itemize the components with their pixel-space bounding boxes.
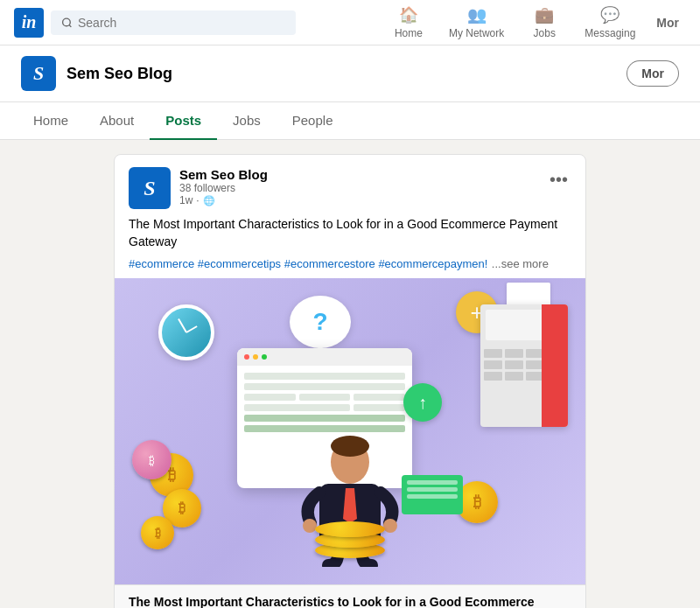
- home-icon: 🏠: [399, 5, 418, 24]
- more-button[interactable]: Mor: [626, 60, 679, 87]
- browser-bar: [237, 348, 412, 366]
- post-caption: The Most Important Characteristics to Lo…: [115, 584, 585, 608]
- post-time-row: 1w · 🌐: [179, 194, 537, 206]
- dot-yellow: [253, 354, 258, 360]
- hashtags-text[interactable]: #ecommerce #ecommercetips #ecommercestor…: [129, 257, 487, 270]
- pink-coin-illustration: ₿: [132, 440, 172, 479]
- svg-point-5: [303, 519, 317, 533]
- search-icon: [61, 17, 73, 29]
- messaging-icon: 💬: [600, 5, 620, 24]
- nav-label-jobs: Jobs: [534, 27, 556, 39]
- question-bubble-illustration: ?: [290, 296, 351, 348]
- post-hashtags: #ecommerce #ecommercetips #ecommercestor…: [129, 255, 571, 271]
- nav-more-label: Mor: [656, 16, 679, 30]
- post-avatar-letter: S: [144, 177, 155, 200]
- post-image: ? +: [115, 278, 585, 584]
- clock-illustration: [158, 304, 214, 360]
- tab-jobs[interactable]: Jobs: [217, 102, 276, 140]
- svg-point-6: [383, 519, 397, 533]
- post-time: 1w: [179, 194, 192, 206]
- page-tabs: Home About Posts Jobs People: [0, 102, 700, 140]
- linkedin-logo[interactable]: in: [14, 8, 44, 38]
- tab-people[interactable]: People: [276, 102, 349, 140]
- dot-green: [262, 354, 267, 360]
- nav-more-button[interactable]: Mor: [649, 10, 686, 35]
- profile-header: S Sem Seo Blog Mor: [0, 45, 700, 102]
- green-line-2: [407, 487, 458, 492]
- nav-items: 🏠 Home 👥 My Network 💼 Jobs 💬 Messaging M…: [382, 0, 686, 45]
- tab-about[interactable]: About: [84, 102, 150, 140]
- svg-point-0: [63, 18, 71, 26]
- page-logo-letter: S: [33, 62, 44, 85]
- post-meta: Sem Seo Blog 38 followers 1w · 🌐: [179, 167, 537, 206]
- page-logo: S: [21, 56, 56, 91]
- post-header: S Sem Seo Blog 38 followers 1w · 🌐 •••: [115, 155, 585, 216]
- jobs-icon: 💼: [535, 5, 554, 24]
- post-card: S Sem Seo Blog 38 followers 1w · 🌐 ••• T…: [114, 154, 586, 608]
- see-more-link[interactable]: ...see more: [492, 257, 549, 270]
- bitcoin-coin-3: ₿: [141, 516, 174, 549]
- linkedin-logo-letter: in: [22, 12, 37, 32]
- post-followers: 38 followers: [179, 182, 537, 194]
- network-icon: 👥: [467, 5, 486, 24]
- tab-posts[interactable]: Posts: [150, 102, 217, 140]
- post-title: The Most Important Characteristics to Lo…: [129, 216, 571, 250]
- nav-item-network[interactable]: 👥 My Network: [438, 0, 514, 45]
- feed-container: S Sem Seo Blog 38 followers 1w · 🌐 ••• T…: [114, 154, 586, 608]
- caption-title: The Most Important Characteristics to Lo…: [129, 594, 571, 608]
- calculator-illustration: [480, 304, 568, 427]
- green-line-3: [407, 494, 458, 499]
- page-name: Sem Seo Blog: [66, 65, 172, 83]
- green-line-1: [407, 480, 458, 485]
- nav-item-messaging[interactable]: 💬 Messaging: [574, 0, 646, 45]
- nav-label-home: Home: [395, 27, 423, 39]
- visibility-icon: 🌐: [203, 195, 215, 206]
- browser-content: [237, 366, 412, 439]
- green-card-illustration: [402, 475, 463, 514]
- nav-label-network: My Network: [449, 27, 504, 39]
- nav-item-jobs[interactable]: 💼 Jobs: [518, 0, 570, 45]
- post-avatar[interactable]: S: [129, 167, 171, 209]
- post-more-button[interactable]: •••: [546, 167, 571, 192]
- profile-info: S Sem Seo Blog: [21, 56, 172, 91]
- svg-point-2: [331, 436, 369, 457]
- search-bar[interactable]: [51, 10, 296, 35]
- search-input[interactable]: [78, 16, 285, 30]
- up-arrow-illustration: ↑: [403, 383, 442, 422]
- gold-coin-3: [315, 521, 385, 537]
- post-text: The Most Important Characteristics to Lo…: [115, 216, 585, 278]
- nav-label-messaging: Messaging: [584, 27, 635, 39]
- dot-separator: ·: [196, 194, 199, 206]
- nav-item-home[interactable]: 🏠 Home: [382, 0, 435, 45]
- tab-home[interactable]: Home: [18, 102, 84, 140]
- top-navigation: in 🏠 Home 👥 My Network 💼 Jobs 💬 Messagin…: [0, 0, 700, 45]
- post-author[interactable]: Sem Seo Blog: [179, 167, 537, 182]
- dot-red: [244, 354, 249, 360]
- main-content: S Sem Seo Blog 38 followers 1w · 🌐 ••• T…: [0, 140, 700, 608]
